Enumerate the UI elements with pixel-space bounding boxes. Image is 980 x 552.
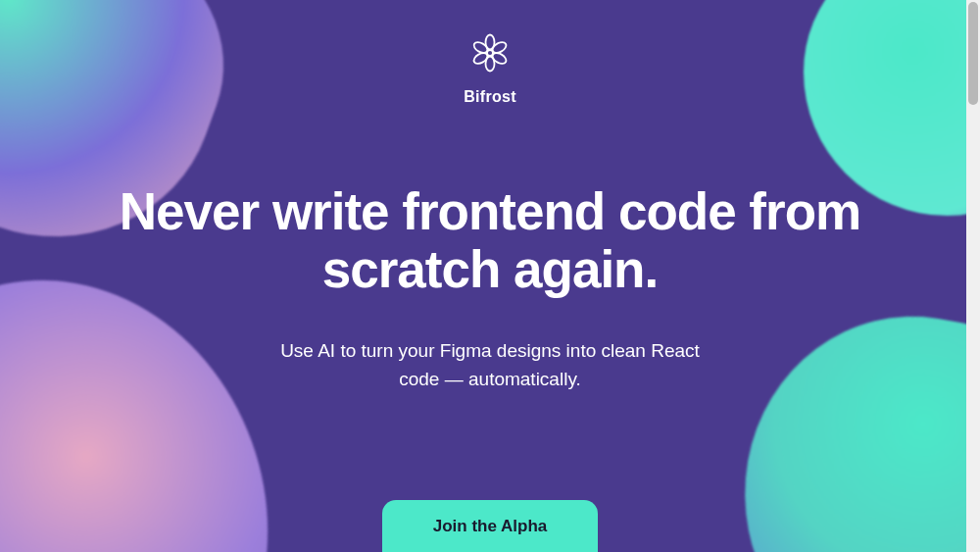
join-alpha-button[interactable]: Join the Alpha <box>382 500 599 552</box>
svg-point-6 <box>472 40 489 55</box>
brand-name: Bifrost <box>464 88 516 106</box>
scrollbar[interactable] <box>966 0 980 552</box>
hero-section: Bifrost Never write frontend code from s… <box>0 0 980 552</box>
hero-subheadline: Use AI to turn your Figma designs into c… <box>274 336 706 394</box>
scrollbar-thumb[interactable] <box>968 2 978 105</box>
flower-logo-icon <box>468 31 512 75</box>
svg-point-4 <box>491 51 508 66</box>
brand-header: Bifrost <box>464 31 516 106</box>
hero-headline: Never write frontend code from scratch a… <box>98 182 882 299</box>
